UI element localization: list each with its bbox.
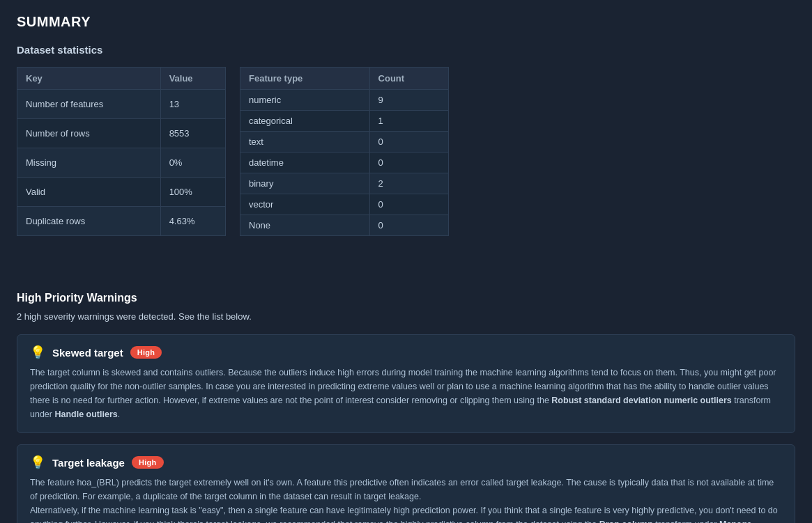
key-value-table: Key Value Number of features13Number of … [17, 67, 226, 236]
table-cell-count: 0 [369, 132, 448, 153]
table-cell-feature-type: text [240, 132, 370, 153]
table-cell-count: 0 [369, 215, 448, 236]
warnings-container: 💡Skewed targetHighThe target column is s… [17, 334, 795, 523]
table-cell-key: Duplicate rows [17, 207, 161, 236]
table-cell-feature-type: None [240, 215, 370, 236]
table-row: Number of features13 [17, 90, 226, 119]
table-cell-key: Valid [17, 178, 161, 207]
col-header-count: Count [369, 68, 448, 90]
table-row: vector0 [240, 194, 449, 215]
table-cell-count: 0 [369, 153, 448, 173]
table-cell-value: 100% [160, 178, 225, 207]
table-cell-key: Number of rows [17, 119, 161, 148]
warning-title: Target leakage [52, 457, 125, 469]
table-row: Number of rows8553 [17, 119, 226, 148]
table-cell-count: 1 [369, 111, 448, 132]
table-cell-value: 4.63% [160, 207, 225, 236]
table-row: Duplicate rows4.63% [17, 207, 226, 236]
table-cell-key: Missing [17, 148, 161, 178]
table-cell-count: 9 [369, 90, 448, 111]
feature-type-table: Feature type Count numeric9categorical1t… [240, 67, 449, 236]
table-cell-count: 2 [369, 173, 448, 194]
high-badge: High [132, 456, 164, 469]
warning-header: 💡Target leakageHigh [30, 456, 782, 469]
lightbulb-icon: 💡 [30, 346, 45, 359]
table-row: text0 [240, 132, 449, 153]
table-row: Valid100% [17, 178, 226, 207]
table-row: binary2 [240, 173, 449, 194]
warning-card: 💡Skewed targetHighThe target column is s… [17, 334, 795, 433]
warning-count-text: 2 high severity warnings were detected. … [17, 311, 795, 322]
high-priority-section: High Priority Warnings 2 high severity w… [17, 292, 795, 523]
table-cell-feature-type: datetime [240, 153, 370, 173]
col-header-feature-type: Feature type [240, 68, 370, 90]
table-row: datetime0 [240, 153, 449, 173]
dataset-statistics-section: Dataset statistics Key Value Number of f… [17, 44, 795, 236]
warning-card: 💡Target leakageHighThe feature hoa_(BRL)… [17, 444, 795, 523]
table-cell-count: 0 [369, 194, 448, 215]
lightbulb-icon: 💡 [30, 456, 45, 469]
statistics-tables-container: Key Value Number of features13Number of … [17, 67, 795, 236]
table-cell-feature-type: vector [240, 194, 370, 215]
table-cell-value: 13 [160, 90, 225, 119]
col-header-key: Key [17, 68, 161, 90]
high-priority-title: High Priority Warnings [17, 292, 795, 304]
warning-body: The feature hoa_(BRL) predicts the targe… [30, 476, 782, 523]
high-badge: High [130, 346, 162, 359]
warning-title: Skewed target [52, 347, 123, 359]
table-cell-value: 0% [160, 148, 225, 178]
page-title: SUMMARY [17, 14, 795, 30]
table-cell-value: 8553 [160, 119, 225, 148]
table-cell-feature-type: categorical [240, 111, 370, 132]
col-header-value: Value [160, 68, 225, 90]
table-cell-feature-type: numeric [240, 90, 370, 111]
table-cell-feature-type: binary [240, 173, 370, 194]
table-row: Missing0% [17, 148, 226, 178]
table-row: numeric9 [240, 90, 449, 111]
table-row: None0 [240, 215, 449, 236]
table-row: categorical1 [240, 111, 449, 132]
warning-body: The target column is skewed and contains… [30, 366, 782, 421]
dataset-statistics-title: Dataset statistics [17, 44, 795, 56]
table-cell-key: Number of features [17, 90, 161, 119]
warning-header: 💡Skewed targetHigh [30, 346, 782, 359]
